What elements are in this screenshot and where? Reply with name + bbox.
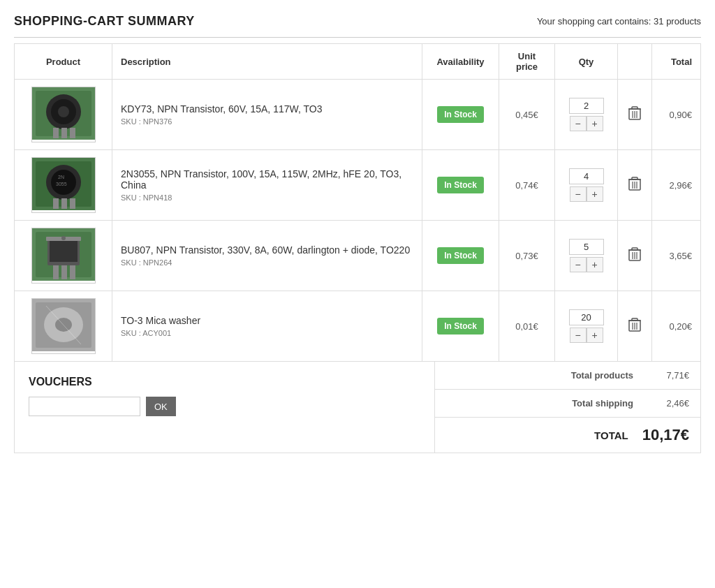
qty-control: − + [563,98,609,131]
item-sku: SKU : ACY001 [121,329,413,337]
total-products-row: Total products 7,71€ [435,362,700,390]
product-image [31,228,96,284]
total-cell: 0,20€ [652,291,701,362]
col-header-product: Product [15,44,112,80]
totals-section: Total products 7,71€ Total shipping 2,46… [435,362,700,453]
item-sku: SKU : NPN264 [121,258,413,267]
qty-cell: − + [555,291,618,362]
unit-price-value: 0,45€ [515,110,538,120]
svg-text:2N: 2N [58,175,64,179]
product-desc-cell: 2N3055, NPN Transistor, 100V, 15A, 115W,… [112,150,422,221]
table-header-row: Product Description Availability Unit pr… [15,44,701,80]
qty-input[interactable] [569,309,604,325]
qty-input[interactable] [569,98,604,114]
svg-rect-6 [61,128,67,138]
qty-increase-button[interactable]: + [587,257,603,272]
total-products-label: Total products [571,370,633,381]
col-header-qty: Qty [555,44,618,80]
total-cell: 0,90€ [652,80,701,150]
delete-cell [618,150,652,221]
svg-point-4 [58,106,69,117]
product-image-cell [15,291,112,362]
qty-control: − + [563,309,609,343]
product-image [31,87,96,142]
grand-total-row: TOTAL 10,17€ [435,418,700,453]
svg-rect-35 [70,265,75,279]
svg-rect-22 [70,198,75,209]
voucher-input[interactable] [29,397,140,416]
total-shipping-value: 2,46€ [647,398,689,409]
qty-increase-button[interactable]: + [587,186,603,202]
item-name: 2N3055, NPN Transistor, 100V, 15A, 115W,… [121,168,413,191]
qty-decrease-button[interactable]: − [570,257,587,272]
page-title: SHOPPING-CART SUMMARY [14,14,195,29]
delete-button[interactable] [626,244,643,267]
svg-rect-33 [53,265,59,279]
grand-total-label: TOTAL [594,429,628,441]
qty-buttons: − + [570,186,603,202]
qty-cell: − + [555,80,618,150]
svg-rect-21 [61,198,67,209]
svg-rect-40 [632,248,637,250]
voucher-ok-button[interactable]: OK [146,397,176,416]
availability-cell: In Stock [422,80,499,150]
in-stock-badge: In Stock [437,247,484,264]
qty-input[interactable] [569,239,604,255]
cart-count: Your shopping cart contains: 31 products [537,16,701,27]
svg-rect-20 [53,198,59,209]
table-row: TO-3 Mica washerSKU : ACY001In Stock0,01… [15,291,701,362]
qty-cell: − + [555,221,618,291]
delete-button[interactable] [626,103,643,126]
qty-cell: − + [555,150,618,221]
unit-price-cell: 0,45€ [499,80,555,150]
qty-increase-button[interactable]: + [587,116,603,131]
in-stock-badge: In Stock [437,106,484,123]
col-header-total: Total [652,44,701,80]
svg-rect-32 [50,241,78,262]
product-desc-cell: TO-3 Mica washerSKU : ACY001 [112,291,422,362]
product-image-cell: 2N 3055 [15,150,112,221]
unit-price-value: 0,73€ [515,251,538,261]
trash-icon [628,176,641,191]
qty-buttons: − + [570,257,603,272]
total-shipping-row: Total shipping 2,46€ [435,390,700,418]
grand-total-value: 10,17€ [642,426,689,444]
svg-point-37 [61,236,66,240]
product-desc-cell: KDY73, NPN Transistor, 60V, 15A, 117W, T… [112,80,422,150]
item-sku: SKU : NPN418 [121,193,413,202]
voucher-input-row: OK [29,397,420,416]
product-image [31,298,96,354]
qty-decrease-button[interactable]: − [570,328,587,343]
bottom-section: VOUCHERS OK Total products 7,71€ Total s… [14,362,701,453]
qty-control: − + [563,239,609,272]
col-header-unit-price: Unit price [499,44,555,80]
delete-button[interactable] [626,315,643,338]
trash-icon [628,317,641,332]
qty-decrease-button[interactable]: − [570,116,587,131]
table-row: KDY73, NPN Transistor, 60V, 15A, 117W, T… [15,80,701,150]
trash-icon [628,105,641,121]
qty-increase-button[interactable]: + [587,328,603,343]
vouchers-title: VOUCHERS [29,376,420,388]
total-products-value: 7,71€ [647,370,689,381]
product-image-cell [15,80,112,150]
qty-input[interactable] [569,168,604,184]
availability-cell: In Stock [422,291,499,362]
item-sku: SKU : NPN376 [121,117,413,126]
item-name: KDY73, NPN Transistor, 60V, 15A, 117W, T… [121,103,413,115]
svg-rect-51 [632,318,637,321]
qty-control: − + [563,168,609,202]
availability-cell: In Stock [422,150,499,221]
col-header-availability: Availability [422,44,499,80]
cart-table: Product Description Availability Unit pr… [14,43,701,362]
delete-button[interactable] [626,174,643,197]
total-shipping-label: Total shipping [572,398,633,409]
qty-decrease-button[interactable]: − [570,186,587,202]
page-header: SHOPPING-CART SUMMARY Your shopping cart… [14,14,701,38]
qty-buttons: − + [570,116,603,131]
svg-rect-10 [632,107,637,109]
total-price-value: 0,20€ [669,321,692,332]
col-header-description: Description [112,44,422,80]
delete-cell [618,291,652,362]
product-desc-cell: BU807, NPN Transistor, 330V, 8A, 60W, da… [112,221,422,291]
